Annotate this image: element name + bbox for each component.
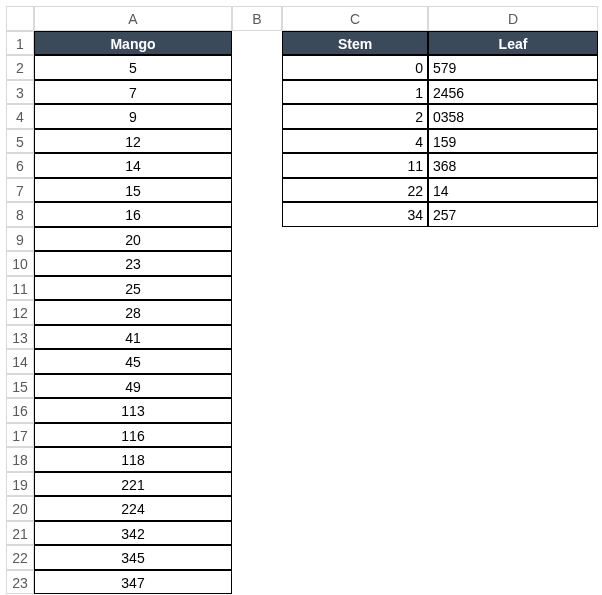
cell-B4[interactable] xyxy=(232,104,282,129)
cell-mango[interactable]: 12 xyxy=(34,129,232,154)
cell-C17[interactable] xyxy=(282,423,428,448)
cell-C16[interactable] xyxy=(282,398,428,423)
cell-B1[interactable] xyxy=(232,31,282,56)
cell-B18[interactable] xyxy=(232,447,282,472)
cell-B10[interactable] xyxy=(232,251,282,276)
cell-D20[interactable] xyxy=(428,496,598,521)
col-header-A[interactable]: A xyxy=(34,6,232,31)
cell-stem[interactable]: 22 xyxy=(282,178,428,203)
cell-B19[interactable] xyxy=(232,472,282,497)
row-header[interactable]: 19 xyxy=(6,472,34,497)
cell-C21[interactable] xyxy=(282,521,428,546)
row-header[interactable]: 8 xyxy=(6,202,34,227)
cell-D11[interactable] xyxy=(428,276,598,301)
cell-B14[interactable] xyxy=(232,349,282,374)
row-header[interactable]: 12 xyxy=(6,300,34,325)
cell-mango[interactable]: 342 xyxy=(34,521,232,546)
cell-leaf[interactable]: 368 xyxy=(428,153,598,178)
cell-B2[interactable] xyxy=(232,55,282,80)
cell-D13[interactable] xyxy=(428,325,598,350)
cell-B20[interactable] xyxy=(232,496,282,521)
cell-mango[interactable]: 118 xyxy=(34,447,232,472)
cell-C14[interactable] xyxy=(282,349,428,374)
cell-mango[interactable]: 7 xyxy=(34,80,232,105)
cell-C22[interactable] xyxy=(282,545,428,570)
cell-mango[interactable]: 347 xyxy=(34,570,232,595)
cell-mango[interactable]: 49 xyxy=(34,374,232,399)
cell-B7[interactable] xyxy=(232,178,282,203)
cell-B11[interactable] xyxy=(232,276,282,301)
row-header[interactable]: 17 xyxy=(6,423,34,448)
cell-mango[interactable]: 221 xyxy=(34,472,232,497)
cell-B5[interactable] xyxy=(232,129,282,154)
cell-mango[interactable]: 28 xyxy=(34,300,232,325)
row-header[interactable]: 5 xyxy=(6,129,34,154)
cell-stem[interactable]: 11 xyxy=(282,153,428,178)
row-header[interactable]: 10 xyxy=(6,251,34,276)
cell-D21[interactable] xyxy=(428,521,598,546)
cell-B17[interactable] xyxy=(232,423,282,448)
row-header[interactable]: 23 xyxy=(6,570,34,595)
cell-leaf[interactable]: 159 xyxy=(428,129,598,154)
cell-D23[interactable] xyxy=(428,570,598,595)
cell-leaf[interactable]: 2456 xyxy=(428,80,598,105)
cell-B15[interactable] xyxy=(232,374,282,399)
cell-stem[interactable]: 2 xyxy=(282,104,428,129)
row-header[interactable]: 21 xyxy=(6,521,34,546)
cell-stem[interactable]: 0 xyxy=(282,55,428,80)
cell-mango[interactable]: 16 xyxy=(34,202,232,227)
cell-B21[interactable] xyxy=(232,521,282,546)
row-header[interactable]: 6 xyxy=(6,153,34,178)
cell-B8[interactable] xyxy=(232,202,282,227)
row-header[interactable]: 9 xyxy=(6,227,34,252)
cell-B12[interactable] xyxy=(232,300,282,325)
cell-D17[interactable] xyxy=(428,423,598,448)
cell-B16[interactable] xyxy=(232,398,282,423)
row-header[interactable]: 22 xyxy=(6,545,34,570)
cell-leaf[interactable]: 257 xyxy=(428,202,598,227)
col-header-D[interactable]: D xyxy=(428,6,598,31)
cell-mango[interactable]: 15 xyxy=(34,178,232,203)
cell-mango[interactable]: 20 xyxy=(34,227,232,252)
row-header[interactable]: 16 xyxy=(6,398,34,423)
cell-D9[interactable] xyxy=(428,227,598,252)
cell-B9[interactable] xyxy=(232,227,282,252)
cell-C10[interactable] xyxy=(282,251,428,276)
cell-D16[interactable] xyxy=(428,398,598,423)
row-header[interactable]: 4 xyxy=(6,104,34,129)
cell-leaf[interactable]: 579 xyxy=(428,55,598,80)
cell-B13[interactable] xyxy=(232,325,282,350)
col-header-B[interactable]: B xyxy=(232,6,282,31)
cell-stem[interactable]: 34 xyxy=(282,202,428,227)
cell-mango[interactable]: 5 xyxy=(34,55,232,80)
cell-D18[interactable] xyxy=(428,447,598,472)
row-header[interactable]: 3 xyxy=(6,80,34,105)
header-leaf[interactable]: Leaf xyxy=(428,31,598,56)
cell-D10[interactable] xyxy=(428,251,598,276)
cell-stem[interactable]: 1 xyxy=(282,80,428,105)
cell-D19[interactable] xyxy=(428,472,598,497)
cell-mango[interactable]: 224 xyxy=(34,496,232,521)
cell-B23[interactable] xyxy=(232,570,282,595)
cell-mango[interactable]: 23 xyxy=(34,251,232,276)
cell-leaf[interactable]: 14 xyxy=(428,178,598,203)
cell-mango[interactable]: 25 xyxy=(34,276,232,301)
header-stem[interactable]: Stem xyxy=(282,31,428,56)
row-header[interactable]: 13 xyxy=(6,325,34,350)
cell-mango[interactable]: 9 xyxy=(34,104,232,129)
cell-C9[interactable] xyxy=(282,227,428,252)
cell-C13[interactable] xyxy=(282,325,428,350)
row-header[interactable]: 18 xyxy=(6,447,34,472)
cell-C19[interactable] xyxy=(282,472,428,497)
cell-mango[interactable]: 116 xyxy=(34,423,232,448)
cell-B6[interactable] xyxy=(232,153,282,178)
row-header[interactable]: 20 xyxy=(6,496,34,521)
cell-D12[interactable] xyxy=(428,300,598,325)
cell-B3[interactable] xyxy=(232,80,282,105)
cell-D14[interactable] xyxy=(428,349,598,374)
cell-mango[interactable]: 345 xyxy=(34,545,232,570)
cell-leaf[interactable]: 0358 xyxy=(428,104,598,129)
header-mango[interactable]: Mango xyxy=(34,31,232,56)
row-header[interactable]: 15 xyxy=(6,374,34,399)
row-header[interactable]: 2 xyxy=(6,55,34,80)
